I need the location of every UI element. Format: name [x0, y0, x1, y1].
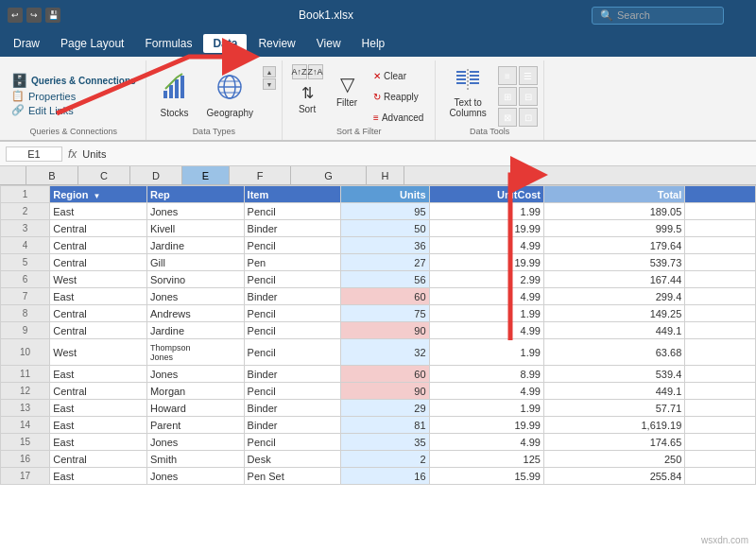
- cell-e2[interactable]: 95: [341, 203, 429, 220]
- cell-c9[interactable]: Jardine: [146, 322, 244, 339]
- cell-c11[interactable]: Jones: [146, 366, 244, 383]
- reapply-btn[interactable]: ↻ Reapply: [368, 87, 429, 106]
- cell-c15[interactable]: Jones: [146, 434, 244, 451]
- cell-d2[interactable]: Pencil: [244, 203, 341, 220]
- cell-f11[interactable]: 8.99: [429, 366, 543, 383]
- cell-d13[interactable]: Binder: [244, 400, 341, 417]
- cell-f3[interactable]: 19.99: [429, 220, 543, 237]
- cell-f2[interactable]: 1.99: [429, 203, 543, 220]
- tool-btn-6[interactable]: ⊡: [519, 108, 538, 127]
- cell-b11[interactable]: East: [50, 366, 147, 383]
- menu-review[interactable]: Review: [249, 34, 304, 53]
- search-box[interactable]: 🔍 Search: [592, 7, 724, 25]
- sort-az-btn[interactable]: A↑Z: [292, 64, 307, 79]
- cell-e10[interactable]: 32: [341, 339, 429, 366]
- cell-e11[interactable]: 60: [341, 366, 429, 383]
- cell-e15[interactable]: 35: [341, 434, 429, 451]
- cell-b14[interactable]: East: [50, 417, 147, 434]
- sort-za-btn[interactable]: Z↑A: [308, 64, 323, 79]
- cell-d4[interactable]: Pencil: [244, 237, 341, 254]
- cell-c14[interactable]: Parent: [146, 417, 244, 434]
- cell-d17[interactable]: Pen Set: [244, 468, 341, 485]
- col-header-c[interactable]: C: [78, 166, 130, 184]
- cell-g14[interactable]: 1,619.19: [543, 417, 684, 434]
- cell-e3[interactable]: 50: [341, 220, 429, 237]
- geography-btn[interactable]: Geography: [199, 66, 261, 123]
- cell-c3[interactable]: Kivell: [146, 220, 244, 237]
- ribbon-scroll-down[interactable]: ▼: [263, 78, 276, 90]
- name-box[interactable]: E1: [6, 146, 62, 162]
- cell-e7[interactable]: 60: [341, 288, 429, 305]
- ribbon-scroll-up[interactable]: ▲: [263, 66, 276, 77]
- cell-f16[interactable]: 125: [429, 451, 543, 468]
- cell-g4[interactable]: 179.64: [543, 237, 684, 254]
- cell-d9[interactable]: Pencil: [244, 322, 341, 339]
- cell-e14[interactable]: 81: [341, 417, 429, 434]
- advanced-btn[interactable]: ≡ Advanced: [368, 108, 429, 127]
- cell-e6[interactable]: 56: [341, 271, 429, 288]
- col-header-g[interactable]: G: [291, 166, 367, 184]
- cell-f9[interactable]: 4.99: [429, 322, 543, 339]
- cell-f12[interactable]: 4.99: [429, 383, 543, 400]
- cell-g17[interactable]: 255.84: [543, 468, 684, 485]
- cell-b12[interactable]: Central: [50, 383, 147, 400]
- cell-f17[interactable]: 15.99: [429, 468, 543, 485]
- cell-g5[interactable]: 539.73: [543, 254, 684, 271]
- cell-b8[interactable]: Central: [50, 305, 147, 322]
- col-header-f[interactable]: F: [230, 166, 291, 184]
- window-controls[interactable]: ↩ ↪ 💾: [8, 8, 60, 23]
- properties-btn[interactable]: 📋 Properties: [8, 89, 140, 103]
- menu-data[interactable]: Data: [203, 34, 247, 53]
- queries-connections-btn[interactable]: 🗄️ Queries & Connections: [8, 72, 140, 89]
- cell-b17[interactable]: East: [50, 468, 147, 485]
- cell-c7[interactable]: Jones: [146, 288, 244, 305]
- cell-d10[interactable]: Pencil: [244, 339, 341, 366]
- cell-g8[interactable]: 149.25: [543, 305, 684, 322]
- cell-c10[interactable]: ThompsonJones: [146, 339, 244, 366]
- cell-d6[interactable]: Pencil: [244, 271, 341, 288]
- cell-e5[interactable]: 27: [341, 254, 429, 271]
- cell-b16[interactable]: Central: [50, 451, 147, 468]
- col-header-d[interactable]: D: [130, 166, 182, 184]
- cell-b15[interactable]: East: [50, 434, 147, 451]
- cell-d5[interactable]: Pen: [244, 254, 341, 271]
- cell-e8[interactable]: 75: [341, 305, 429, 322]
- cell-f15[interactable]: 4.99: [429, 434, 543, 451]
- menu-formulas[interactable]: Formulas: [135, 34, 201, 53]
- cell-e13[interactable]: 29: [341, 400, 429, 417]
- cell-e16[interactable]: 2: [341, 451, 429, 468]
- sort-btn[interactable]: ⇅ Sort: [288, 80, 326, 118]
- filter-btn[interactable]: ▽ Filter: [328, 64, 366, 116]
- cell-f10[interactable]: 1.99: [429, 339, 543, 366]
- cell-b4[interactable]: Central: [50, 237, 147, 254]
- col-header-b[interactable]: B: [26, 166, 78, 184]
- cell-e4[interactable]: 36: [341, 237, 429, 254]
- cell-g16[interactable]: 250: [543, 451, 684, 468]
- cell-b6[interactable]: West: [50, 271, 147, 288]
- cell-g7[interactable]: 299.4: [543, 288, 684, 305]
- cell-g9[interactable]: 449.1: [543, 322, 684, 339]
- col-header-h[interactable]: H: [367, 166, 404, 184]
- cell-f5[interactable]: 19.99: [429, 254, 543, 271]
- cell-b3[interactable]: Central: [50, 220, 147, 237]
- cell-f13[interactable]: 1.99: [429, 400, 543, 417]
- cell-c6[interactable]: Sorvino: [146, 271, 244, 288]
- cell-f8[interactable]: 1.99: [429, 305, 543, 322]
- cell-d8[interactable]: Pencil: [244, 305, 341, 322]
- cell-e12[interactable]: 90: [341, 383, 429, 400]
- cell-g15[interactable]: 174.65: [543, 434, 684, 451]
- tool-btn-2[interactable]: ☰: [519, 66, 538, 85]
- cell-g6[interactable]: 167.44: [543, 271, 684, 288]
- cell-e9[interactable]: 90: [341, 322, 429, 339]
- cell-c2[interactable]: Jones: [146, 203, 244, 220]
- cell-f14[interactable]: 19.99: [429, 417, 543, 434]
- cell-g2[interactable]: 189.05: [543, 203, 684, 220]
- cell-c5[interactable]: Gill: [146, 254, 244, 271]
- menu-help[interactable]: Help: [352, 34, 395, 53]
- menu-page-layout[interactable]: Page Layout: [51, 34, 133, 53]
- redo-btn[interactable]: ↪: [26, 8, 42, 23]
- tool-btn-3[interactable]: ⊞: [498, 87, 517, 106]
- cell-b7[interactable]: East: [50, 288, 147, 305]
- col-header-e[interactable]: E: [182, 166, 230, 184]
- cell-g10[interactable]: 63.68: [543, 339, 684, 366]
